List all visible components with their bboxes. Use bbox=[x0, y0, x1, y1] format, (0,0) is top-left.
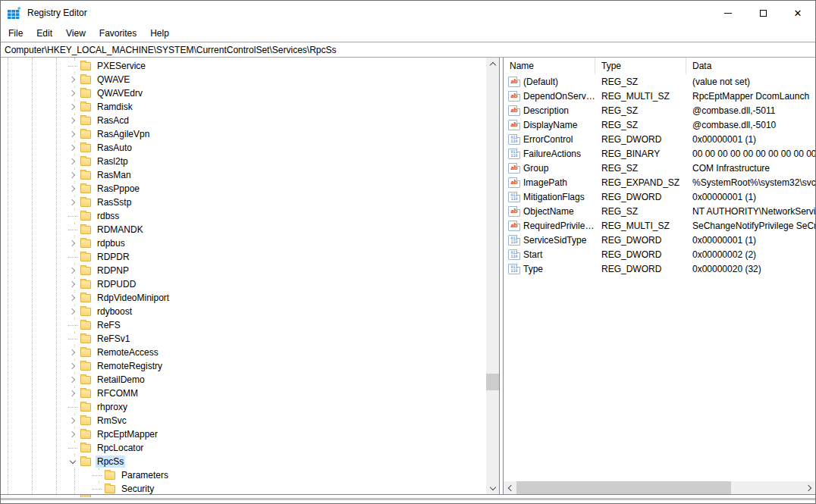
tree-item-label: Ramdisk bbox=[96, 101, 134, 113]
column-header-data[interactable]: Data bbox=[686, 58, 815, 74]
tree-item-rasl2tp[interactable]: Rasl2tp bbox=[1, 155, 486, 168]
chevron-right-icon[interactable] bbox=[67, 388, 78, 399]
tree-item-remoteaccess[interactable]: RemoteAccess bbox=[1, 346, 486, 359]
chevron-right-icon[interactable] bbox=[67, 265, 78, 276]
tree-item-qwave[interactable]: QWAVE bbox=[1, 73, 486, 86]
tree-item-ramdisk[interactable]: Ramdisk bbox=[1, 100, 486, 114]
tree-item-rasacd[interactable]: RasAcd bbox=[1, 114, 486, 127]
chevron-right-icon[interactable] bbox=[67, 102, 78, 112]
value-row-description[interactable]: abDescriptionREG_SZ@combase.dll,-5011 bbox=[504, 103, 815, 117]
tree-item-rasman[interactable]: RasMan bbox=[1, 168, 486, 182]
scroll-left-button[interactable] bbox=[504, 481, 516, 494]
tree-viewport: PXEServiceQWAVEQWAVEdrvRamdiskRasAcdRasA… bbox=[1, 58, 486, 494]
value-row-requiredprivileg-[interactable]: abRequiredPrivileg...REG_MULTI_SZSeChang… bbox=[504, 218, 815, 233]
tree-item-rpclocator[interactable]: RpcLocator bbox=[1, 441, 486, 455]
chevron-down-icon[interactable] bbox=[67, 456, 78, 467]
chevron-right-icon[interactable] bbox=[67, 142, 78, 153]
chevron-right-icon[interactable] bbox=[67, 429, 78, 440]
chevron-right-icon[interactable] bbox=[67, 361, 78, 371]
chevron-right-icon[interactable] bbox=[67, 347, 78, 358]
tree-item-rfcomm[interactable]: RFCOMM bbox=[1, 387, 486, 400]
chevron-right-icon[interactable] bbox=[67, 115, 78, 126]
tree-scrollbar-thumb[interactable] bbox=[486, 374, 499, 390]
tree-item-remoteregistry[interactable]: RemoteRegistry bbox=[1, 359, 486, 373]
tree-item-rdmandk[interactable]: RDMANDK bbox=[1, 223, 486, 236]
tree-item-rpceptmapper[interactable]: RpcEptMapper bbox=[1, 427, 486, 441]
value-row-objectname[interactable]: abObjectNameREG_SZNT AUTHORITY\NetworkSe… bbox=[504, 204, 815, 218]
tree-item-rdpvideominiport[interactable]: RdpVideoMiniport bbox=[1, 291, 486, 305]
address-input[interactable] bbox=[1, 42, 815, 57]
tree-item-refsv1[interactable]: ReFSv1 bbox=[1, 332, 486, 346]
chevron-right-icon[interactable] bbox=[67, 293, 78, 303]
tree-item-pxeservice[interactable]: PXEService bbox=[1, 59, 486, 73]
tree-item-rasagilevpn[interactable]: RasAgileVpn bbox=[1, 127, 486, 141]
tree-item-raspppoe[interactable]: RasPppoe bbox=[1, 182, 486, 196]
value-row-type[interactable]: 011110TypeREG_DWORD0x00000020 (32) bbox=[504, 261, 815, 276]
title-bar: Registry Editor ✕ bbox=[1, 1, 815, 25]
value-row-start[interactable]: 011110StartREG_DWORD0x00000002 (2) bbox=[504, 247, 815, 261]
value-row-imagepath[interactable]: abImagePathREG_EXPAND_SZ%SystemRoot%\sys… bbox=[504, 175, 815, 189]
chevron-right-icon[interactable] bbox=[67, 306, 78, 317]
chevron-right-icon[interactable] bbox=[67, 374, 78, 385]
tree-item-rassstp[interactable]: RasSstp bbox=[1, 196, 486, 209]
folder-icon bbox=[80, 144, 91, 152]
chevron-right-icon[interactable] bbox=[67, 183, 78, 194]
chevron-right-icon[interactable] bbox=[67, 88, 78, 99]
tree-item-rdpnp[interactable]: RDPNP bbox=[1, 264, 486, 277]
tree-item-rasauto[interactable]: RasAuto bbox=[1, 141, 486, 155]
tree-item-rmsvc[interactable]: RmSvc bbox=[1, 414, 486, 427]
chevron-right-icon[interactable] bbox=[67, 170, 78, 180]
chevron-right-icon[interactable] bbox=[67, 238, 78, 249]
chevron-right-icon[interactable] bbox=[67, 197, 78, 208]
tree-item-qwavedrv[interactable]: QWAVEdrv bbox=[1, 86, 486, 100]
folder-icon bbox=[80, 253, 91, 261]
minimize-button[interactable] bbox=[711, 1, 745, 25]
chevron-right-icon[interactable] bbox=[67, 279, 78, 290]
tree-item-rdpudd[interactable]: RDPUDD bbox=[1, 277, 486, 291]
value-row-mitigationflags[interactable]: 011110MitigationFlagsREG_DWORD0x00000001… bbox=[504, 189, 815, 204]
chevron-right-icon[interactable] bbox=[67, 415, 78, 426]
column-header-name[interactable]: Name bbox=[504, 58, 595, 74]
close-button[interactable]: ✕ bbox=[780, 1, 815, 25]
value-row-dependonservice[interactable]: abDependOnServiceREG_MULTI_SZRpcEptMappe… bbox=[504, 89, 815, 103]
tree-item-rdbss[interactable]: rdbss bbox=[1, 209, 486, 223]
scroll-down-button[interactable] bbox=[486, 481, 499, 494]
value-data: @combase.dll,-5010 bbox=[686, 120, 815, 130]
value-row-failureactions[interactable]: 011110FailureActionsREG_BINARY00 00 00 0… bbox=[504, 146, 815, 161]
tree-item-refs[interactable]: ReFS bbox=[1, 318, 486, 332]
values-scrollbar-thumb[interactable] bbox=[516, 481, 731, 494]
value-row-servicesidtype[interactable]: 011110ServiceSidTypeREG_DWORD0x00000001 … bbox=[504, 233, 815, 247]
column-header-type[interactable]: Type bbox=[595, 58, 686, 74]
menu-item-view[interactable]: View bbox=[59, 26, 93, 41]
menu-item-help[interactable]: Help bbox=[143, 26, 176, 41]
tree-item-parameters[interactable]: Parameters bbox=[1, 468, 486, 482]
value-row-group[interactable]: abGroupREG_SZCOM Infrastructure bbox=[504, 161, 815, 175]
tree-vertical-scrollbar[interactable] bbox=[486, 58, 499, 494]
menu-item-edit[interactable]: Edit bbox=[30, 26, 59, 41]
menu-item-favorites[interactable]: Favorites bbox=[93, 26, 143, 41]
maximize-button[interactable] bbox=[745, 1, 780, 25]
values-horizontal-scrollbar[interactable] bbox=[504, 481, 815, 494]
tree-item-rhproxy[interactable]: rhproxy bbox=[1, 400, 486, 414]
tree-connector-stub bbox=[92, 470, 102, 481]
string-value-icon: ab bbox=[508, 221, 520, 231]
ab-glyph: ab bbox=[510, 164, 518, 171]
tree-item-label: RetailDemo bbox=[96, 374, 146, 386]
chevron-right-icon[interactable] bbox=[67, 129, 78, 139]
tree-item-rdpbus[interactable]: rdpbus bbox=[1, 236, 486, 250]
tree-item-rpcss[interactable]: RpcSs bbox=[1, 455, 486, 468]
chevron-right-icon[interactable] bbox=[67, 74, 78, 85]
value-row-displayname[interactable]: abDisplayNameREG_SZ@combase.dll,-5010 bbox=[504, 117, 815, 132]
value-row-errorcontrol[interactable]: 011110ErrorControlREG_DWORD0x00000001 (1… bbox=[504, 132, 815, 146]
ab-glyph: ab bbox=[510, 222, 518, 229]
scroll-up-button[interactable] bbox=[486, 58, 499, 70]
value-row--default-[interactable]: ab(Default)REG_SZ(value not set) bbox=[504, 74, 815, 89]
menu-item-file[interactable]: File bbox=[2, 26, 30, 41]
scroll-right-button[interactable] bbox=[802, 481, 815, 494]
tree-item-rdyboost[interactable]: rdyboost bbox=[1, 305, 486, 318]
chevron-right-icon[interactable] bbox=[67, 156, 78, 167]
tree-item-retaildemo[interactable]: RetailDemo bbox=[1, 373, 486, 387]
tree-item-security[interactable]: Security bbox=[1, 482, 486, 494]
folder-icon bbox=[80, 403, 91, 412]
tree-item-rdpdr[interactable]: RDPDR bbox=[1, 250, 486, 264]
